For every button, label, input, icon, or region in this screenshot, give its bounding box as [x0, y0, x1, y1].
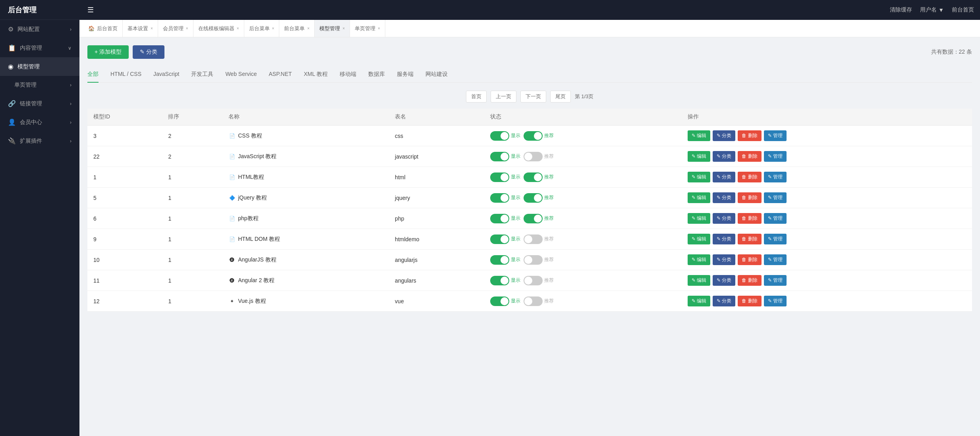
- show-toggle[interactable]: [490, 193, 509, 203]
- tab-close-backend-menu[interactable]: ×: [272, 26, 274, 31]
- delete-button[interactable]: 🗑 删除: [738, 172, 761, 182]
- next-page-button[interactable]: 下一页: [520, 91, 546, 103]
- show-toggle[interactable]: [490, 131, 509, 141]
- delete-button[interactable]: 🗑 删除: [738, 254, 761, 265]
- cat-tab-asp-net[interactable]: ASP.NET: [269, 67, 292, 83]
- tab-close-single-page[interactable]: ×: [378, 26, 380, 31]
- first-page-button[interactable]: 首页: [466, 91, 487, 103]
- frontend-link[interactable]: 前台首页: [952, 6, 974, 14]
- recommend-toggle[interactable]: [524, 131, 543, 141]
- delete-button[interactable]: 🗑 删除: [738, 213, 761, 224]
- edit-button[interactable]: ✎ 编辑: [688, 296, 710, 306]
- tab-single-page[interactable]: 单页管理 ×: [350, 20, 385, 37]
- sidebar-item-extension[interactable]: 🔌 扩展插件 ›: [0, 132, 79, 150]
- tab-close-basic-settings[interactable]: ×: [151, 26, 153, 31]
- sidebar-item-site-config[interactable]: ⚙ 网站配置 ›: [0, 20, 79, 39]
- tab-model-mgmt[interactable]: 模型管理 ×: [315, 20, 350, 37]
- toggle-knob: [501, 132, 508, 140]
- tab-frontend-menu[interactable]: 前台菜单 ×: [279, 20, 315, 37]
- show-toggle[interactable]: [490, 296, 509, 306]
- tab-home[interactable]: 🏠 后台首页: [83, 20, 123, 37]
- tab-close-frontend-menu[interactable]: ×: [307, 26, 309, 31]
- manage-button[interactable]: ✎ 管理: [764, 192, 787, 203]
- row-classify-button[interactable]: ✎ 分类: [713, 151, 735, 162]
- menu-toggle-button[interactable]: ☰: [85, 4, 96, 16]
- sidebar-item-content-mgmt[interactable]: 📋 内容管理 ∨: [0, 39, 79, 57]
- recommend-toggle[interactable]: [524, 214, 543, 223]
- recommend-toggle[interactable]: [524, 152, 543, 161]
- tab-template-editor[interactable]: 在线模板编辑器 ×: [193, 20, 244, 37]
- cat-tab-xml[interactable]: XML 教程: [304, 67, 328, 83]
- delete-button[interactable]: 🗑 删除: [738, 192, 761, 203]
- row-classify-button[interactable]: ✎ 分类: [713, 275, 735, 286]
- username-dropdown[interactable]: 用户名 ▼: [920, 6, 944, 14]
- cat-tab-database[interactable]: 数据库: [368, 67, 385, 83]
- clear-cache-button[interactable]: 清除缓存: [890, 6, 912, 14]
- cat-tab-all[interactable]: 全部: [87, 67, 99, 83]
- cat-tab-html-css[interactable]: HTML / CSS: [110, 67, 141, 83]
- cat-tab-server[interactable]: 服务端: [397, 67, 414, 83]
- last-page-button[interactable]: 尾页: [550, 91, 571, 103]
- cat-tab-website[interactable]: 网站建设: [425, 67, 448, 83]
- recommend-toggle[interactable]: [524, 193, 543, 203]
- cat-tab-mobile[interactable]: 移动端: [340, 67, 356, 83]
- recommend-toggle[interactable]: [524, 172, 543, 182]
- show-toggle[interactable]: [490, 172, 509, 182]
- manage-button[interactable]: ✎ 管理: [764, 151, 787, 162]
- row-classify-button[interactable]: ✎ 分类: [713, 172, 735, 182]
- manage-button[interactable]: ✎ 管理: [764, 172, 787, 182]
- toggle-knob-rec: [524, 297, 532, 305]
- cat-tab-web-service[interactable]: Web Service: [225, 67, 257, 83]
- tab-basic-settings[interactable]: 基本设置 ×: [123, 20, 158, 37]
- tab-close-template-editor[interactable]: ×: [237, 26, 239, 31]
- classify-button[interactable]: ✎ 分类: [133, 45, 164, 59]
- show-toggle[interactable]: [490, 152, 509, 161]
- sidebar-item-member[interactable]: 👤 会员中心 ›: [0, 113, 79, 132]
- recommend-toggle[interactable]: [524, 296, 543, 306]
- row-classify-button[interactable]: ✎ 分类: [713, 130, 735, 141]
- add-model-button[interactable]: + 添加模型: [87, 45, 129, 59]
- edit-button[interactable]: ✎ 编辑: [688, 213, 710, 224]
- tab-backend-menu[interactable]: 后台菜单 ×: [244, 20, 280, 37]
- tab-close-model-mgmt[interactable]: ×: [342, 26, 345, 31]
- manage-button[interactable]: ✎ 管理: [764, 275, 787, 286]
- edit-button[interactable]: ✎ 编辑: [688, 234, 710, 244]
- manage-button[interactable]: ✎ 管理: [764, 130, 787, 141]
- manage-button[interactable]: ✎ 管理: [764, 254, 787, 265]
- edit-button[interactable]: ✎ 编辑: [688, 254, 710, 265]
- edit-button[interactable]: ✎ 编辑: [688, 192, 710, 203]
- sidebar-item-single-page[interactable]: 单页管理 ›: [0, 76, 79, 94]
- edit-button[interactable]: ✎ 编辑: [688, 151, 710, 162]
- row-classify-button[interactable]: ✎ 分类: [713, 192, 735, 203]
- delete-button[interactable]: 🗑 删除: [738, 275, 761, 286]
- delete-button[interactable]: 🗑 删除: [738, 296, 761, 306]
- sidebar-item-model-mgmt[interactable]: ◉ 模型管理: [0, 57, 79, 76]
- row-classify-button[interactable]: ✎ 分类: [713, 296, 735, 306]
- delete-button[interactable]: 🗑 删除: [738, 130, 761, 141]
- manage-button[interactable]: ✎ 管理: [764, 213, 787, 224]
- delete-button[interactable]: 🗑 删除: [738, 151, 761, 162]
- edit-button[interactable]: ✎ 编辑: [688, 275, 710, 286]
- tab-member-mgmt[interactable]: 会员管理 ×: [158, 20, 193, 37]
- edit-button[interactable]: ✎ 编辑: [688, 172, 710, 182]
- cat-tab-dev-tools[interactable]: 开发工具: [191, 67, 213, 83]
- show-toggle[interactable]: [490, 234, 509, 244]
- recommend-toggle[interactable]: [524, 255, 543, 265]
- cell-sort: 2: [162, 146, 222, 167]
- row-classify-button[interactable]: ✎ 分类: [713, 213, 735, 224]
- manage-button[interactable]: ✎ 管理: [764, 296, 787, 306]
- recommend-toggle[interactable]: [524, 234, 543, 244]
- tab-close-member-mgmt[interactable]: ×: [186, 26, 188, 31]
- show-toggle[interactable]: [490, 276, 509, 285]
- delete-button[interactable]: 🗑 删除: [738, 234, 761, 244]
- edit-button[interactable]: ✎ 编辑: [688, 130, 710, 141]
- manage-button[interactable]: ✎ 管理: [764, 234, 787, 244]
- recommend-toggle[interactable]: [524, 276, 543, 285]
- show-toggle[interactable]: [490, 214, 509, 223]
- row-classify-button[interactable]: ✎ 分类: [713, 234, 735, 244]
- show-toggle[interactable]: [490, 255, 509, 265]
- row-classify-button[interactable]: ✎ 分类: [713, 254, 735, 265]
- sidebar-item-link-mgmt[interactable]: 🔗 链接管理 ›: [0, 94, 79, 113]
- cat-tab-javascript[interactable]: JavaScript: [153, 67, 179, 83]
- prev-page-button[interactable]: 上一页: [491, 91, 516, 103]
